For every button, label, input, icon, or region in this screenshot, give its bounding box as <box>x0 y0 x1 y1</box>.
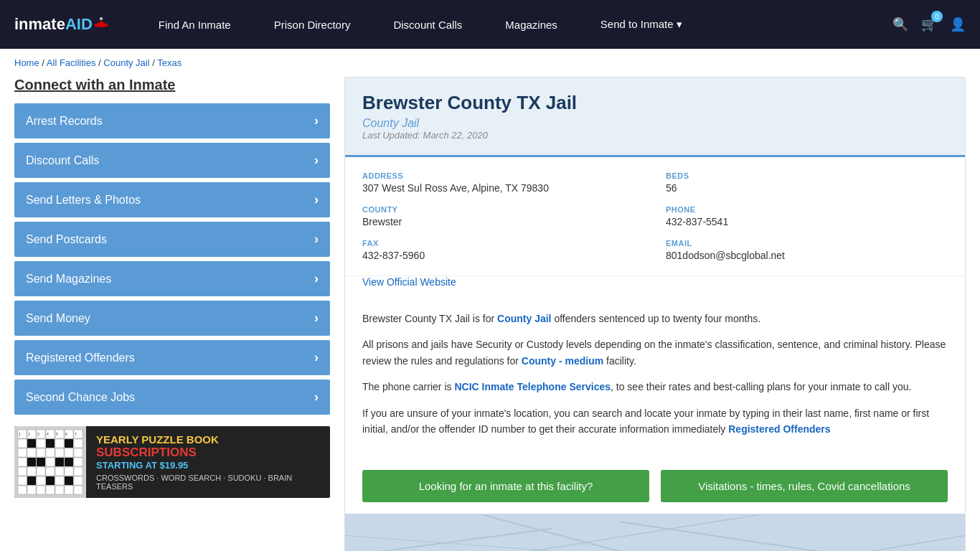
find-inmate-button[interactable]: Looking for an inmate at this facility? <box>362 470 649 502</box>
visitations-button[interactable]: Visitations - times, rules, Covid cancel… <box>661 470 948 502</box>
svg-text:3: 3 <box>37 432 39 436</box>
sidebar-item-send-letters[interactable]: Send Letters & Photos › <box>14 182 330 217</box>
svg-rect-39 <box>46 486 55 494</box>
svg-text:6: 6 <box>65 432 67 436</box>
chevron-right-icon: › <box>314 390 319 405</box>
sidebar: Connect with an Inmate Arrest Records › … <box>14 77 330 551</box>
logo-text-inmate: inmate <box>14 15 65 34</box>
logo-hat-icon <box>94 16 108 27</box>
facility-info: ADDRESS 307 West Sul Ross Ave, Alpine, T… <box>345 157 965 276</box>
facility-header: Brewster County TX Jail County Jail Last… <box>345 77 965 157</box>
svg-rect-36 <box>18 486 27 494</box>
nav-magazines[interactable]: Magazines <box>484 0 579 49</box>
svg-rect-48 <box>55 458 64 466</box>
address-value: 307 West Sul Ross Ave, Alpine, TX 79830 <box>362 182 644 194</box>
svg-rect-18 <box>46 448 55 457</box>
nav-find-inmate[interactable]: Find An Inmate <box>137 0 253 49</box>
svg-rect-52 <box>65 476 73 485</box>
svg-rect-22 <box>18 458 27 466</box>
ad-text: YEARLY PUZZLE BOOK SUBSCRIPTIONS STARTIN… <box>86 426 330 498</box>
nav-icons: 🔍 🛒 0 👤 <box>892 17 966 32</box>
sidebar-item-discount-calls[interactable]: Discount Calls › <box>14 143 330 178</box>
nav-links: Find An Inmate Prison Directory Discount… <box>137 0 892 49</box>
fax-value: 432-837-5960 <box>362 250 644 261</box>
svg-rect-50 <box>27 476 36 485</box>
user-icon: 👤 <box>950 17 966 32</box>
sidebar-label-send-money: Send Money <box>26 312 90 325</box>
svg-rect-47 <box>37 458 45 466</box>
svg-point-2 <box>100 17 103 20</box>
navbar: inmate AID Find An Inmate Prison Directo… <box>0 0 980 49</box>
view-website: View Official Website <box>345 276 965 299</box>
ncic-link[interactable]: NCIC Inmate Telephone Services <box>454 381 611 392</box>
svg-rect-32 <box>18 476 27 485</box>
sidebar-item-send-magazines[interactable]: Send Magazines › <box>14 261 330 296</box>
svg-rect-20 <box>65 448 73 457</box>
chevron-right-icon: › <box>314 311 319 326</box>
sidebar-label-send-postcards: Send Postcards <box>26 233 107 246</box>
svg-rect-28 <box>46 467 55 476</box>
sidebar-item-registered-offenders[interactable]: Registered Offenders › <box>14 340 330 375</box>
county-jail-link1[interactable]: County Jail <box>497 313 551 324</box>
breadcrumb-home[interactable]: Home <box>14 57 39 68</box>
sidebar-label-second-chance-jobs: Second Chance Jobs <box>26 391 135 404</box>
sidebar-label-send-letters: Send Letters & Photos <box>26 194 141 207</box>
svg-rect-35 <box>74 476 83 485</box>
svg-rect-1 <box>95 24 107 27</box>
ad-title: YEARLY PUZZLE BOOK <box>96 433 320 446</box>
chevron-right-icon: › <box>314 232 319 247</box>
svg-rect-45 <box>65 439 73 448</box>
address-block: ADDRESS 307 West Sul Ross Ave, Alpine, T… <box>362 171 644 194</box>
registered-offenders-link[interactable]: Registered Offenders <box>728 423 830 435</box>
svg-rect-11 <box>18 439 27 448</box>
fax-label: FAX <box>362 239 644 248</box>
svg-rect-40 <box>55 486 64 494</box>
facility-description: Brewster County TX Jail is for County Ja… <box>345 299 965 458</box>
search-button[interactable]: 🔍 <box>892 17 908 32</box>
breadcrumb-all-facilities[interactable]: All Facilities <box>47 57 96 68</box>
ad-banner[interactable]: 1 2 3 4 5 6 7 YEARLY PUZZLE BOOK SUBSCRI… <box>14 426 330 498</box>
sidebar-item-arrest-records[interactable]: Arrest Records › <box>14 103 330 138</box>
svg-rect-41 <box>65 486 73 494</box>
county-medium-link[interactable]: County - medium <box>522 355 603 367</box>
breadcrumb-county-jail[interactable]: County Jail <box>103 57 149 68</box>
desc-para1: Brewster County TX Jail is for County Ja… <box>362 311 948 326</box>
main-content: Connect with an Inmate Arrest Records › … <box>0 77 980 551</box>
email-label: EMAIL <box>666 239 948 248</box>
sidebar-label-discount-calls: Discount Calls <box>26 154 99 167</box>
sidebar-item-send-money[interactable]: Send Money › <box>14 301 330 336</box>
nav-send-inmate[interactable]: Send to Inmate ▾ <box>579 0 704 49</box>
svg-rect-33 <box>37 476 45 485</box>
view-website-link[interactable]: View Official Website <box>362 276 456 288</box>
svg-rect-17 <box>37 448 45 457</box>
phone-value: 432-837-5541 <box>666 216 948 227</box>
svg-rect-24 <box>74 458 83 466</box>
sidebar-menu: Arrest Records › Discount Calls › Send L… <box>14 103 330 415</box>
desc-para4: If you are unsure of your inmate's locat… <box>362 405 948 438</box>
sidebar-item-send-postcards[interactable]: Send Postcards › <box>14 222 330 257</box>
svg-rect-43 <box>27 439 36 448</box>
svg-text:7: 7 <box>75 432 77 436</box>
puzzle-image: 1 2 3 4 5 6 7 <box>14 426 86 498</box>
beds-label: BEDS <box>666 171 948 180</box>
breadcrumb-texas[interactable]: Texas <box>157 57 182 68</box>
fax-block: FAX 432-837-5960 <box>362 239 644 261</box>
svg-rect-13 <box>55 439 64 448</box>
ad-price: STARTING AT $19.95 <box>96 460 320 471</box>
facility-buttons: Looking for an inmate at this facility? … <box>345 458 965 514</box>
logo[interactable]: inmate AID <box>14 15 108 34</box>
nav-prison-directory[interactable]: Prison Directory <box>253 0 372 49</box>
user-button[interactable]: 👤 <box>950 17 966 32</box>
svg-rect-19 <box>55 448 64 457</box>
sidebar-item-second-chance-jobs[interactable]: Second Chance Jobs › <box>14 380 330 415</box>
svg-rect-51 <box>46 476 55 485</box>
email-value: 801dodson@sbcglobal.net <box>666 250 948 261</box>
facility-updated: Last Updated: March 22, 2020 <box>362 130 948 141</box>
phone-label: PHONE <box>666 205 948 214</box>
chevron-right-icon: › <box>314 113 319 128</box>
nav-discount-calls[interactable]: Discount Calls <box>372 0 484 49</box>
svg-rect-12 <box>37 439 45 448</box>
svg-rect-60 <box>345 515 965 551</box>
svg-rect-25 <box>18 467 27 476</box>
cart-button[interactable]: 🛒 0 <box>921 17 937 32</box>
